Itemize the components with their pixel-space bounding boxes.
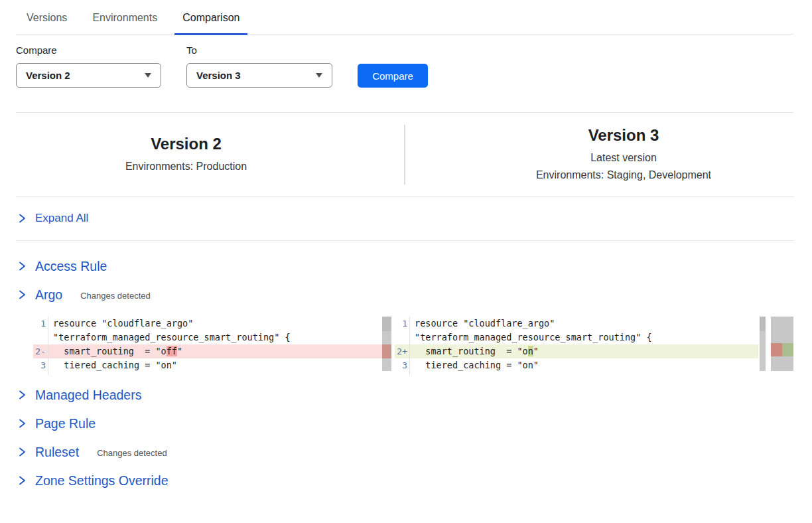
resource-sections: Access Rule Argo Changes detected 1 reso… xyxy=(16,258,794,488)
version-left-title: Version 2 xyxy=(16,135,356,153)
code-token: " xyxy=(533,346,539,356)
code-token: smart_routing = "o xyxy=(53,346,167,356)
line-number: 4 xyxy=(33,372,48,375)
code-line: 1 resource "cloudflare_argo" xyxy=(33,317,382,331)
version-right-subtitle: Latest version xyxy=(453,149,794,167)
code-token: " xyxy=(177,346,182,356)
caret-down-icon xyxy=(316,73,322,78)
compare-to-select[interactable]: Version 3 xyxy=(186,63,332,88)
code-text: smart_routing = "off" xyxy=(48,344,182,358)
compare-form: Compare Version 2 To Version 3 Compare xyxy=(16,44,794,88)
chevron-right-icon xyxy=(18,390,27,400)
diff-minimap[interactable] xyxy=(771,317,793,371)
removed-token: ff xyxy=(167,346,177,356)
section-argo[interactable]: Argo Changes detected xyxy=(16,287,794,303)
line-number xyxy=(395,331,410,344)
diff-pane-left[interactable]: 1 resource "cloudflare_argo" "terraform_… xyxy=(33,317,391,375)
line-number: 2+ xyxy=(395,344,410,358)
removed-change-marker xyxy=(382,344,391,358)
compare-from-select[interactable]: Version 2 xyxy=(16,63,161,88)
tab-environments[interactable]: Environments xyxy=(84,12,165,34)
code-text: } xyxy=(48,372,58,375)
code-line: 1 resource "cloudflare_argo" xyxy=(395,317,758,331)
line-number: 2- xyxy=(33,344,48,358)
chevron-right-icon xyxy=(18,213,27,224)
diff-pane-right[interactable]: 1 resource "cloudflare_argo" "terraform_… xyxy=(395,317,793,375)
scrollbar-thumb[interactable] xyxy=(382,317,391,331)
added-token: n xyxy=(528,346,533,356)
comparison-page: Versions Environments Comparison Compare… xyxy=(0,0,812,488)
code-line-removed: 2- smart_routing = "off" xyxy=(33,344,382,358)
section-label: Page Rule xyxy=(35,416,96,431)
section-label: Access Rule xyxy=(35,259,107,274)
code-line: 3 tiered_caching = "on" xyxy=(395,358,758,372)
line-number xyxy=(33,331,48,344)
caret-down-icon xyxy=(145,73,151,78)
code-line-wrap: "terraform_managed_resource_smart_routin… xyxy=(33,331,382,344)
section-label: Zone Settings Override xyxy=(35,473,169,488)
compare-from-label: Compare xyxy=(16,44,161,56)
expand-all-toggle[interactable]: Expand All xyxy=(16,197,794,241)
code-text: "terraform_managed_resource_smart_routin… xyxy=(410,331,652,344)
compare-to-value: Version 3 xyxy=(196,70,241,81)
scrollbar-left[interactable] xyxy=(382,317,391,371)
minimap-added-marker xyxy=(782,343,793,356)
section-label: Managed Headers xyxy=(35,388,141,403)
code-text: } xyxy=(410,372,420,375)
compare-from-value: Version 2 xyxy=(26,70,70,81)
version-left-environments: Environments: Production xyxy=(16,158,356,175)
section-label: Ruleset xyxy=(35,445,79,460)
tab-versions[interactable]: Versions xyxy=(19,12,75,34)
chevron-right-icon xyxy=(18,261,27,271)
section-managed-headers[interactable]: Managed Headers xyxy=(16,387,794,403)
chevron-right-icon xyxy=(18,289,27,300)
compare-to-label: To xyxy=(186,44,332,56)
code-text: tiered_caching = "on" xyxy=(410,358,539,372)
code-line-added: 2+ smart_routing = "on" xyxy=(395,344,758,358)
minimap-removed-marker xyxy=(771,343,782,356)
code-text: resource "cloudflare_argo" xyxy=(48,317,193,331)
section-ruleset[interactable]: Ruleset Changes detected xyxy=(16,444,794,460)
vertical-divider xyxy=(404,125,405,185)
chevron-right-icon xyxy=(18,418,27,429)
code-text: smart_routing = "on" xyxy=(410,344,539,358)
line-number: 4 xyxy=(395,372,410,375)
scrollbar-right[interactable] xyxy=(760,317,766,371)
section-page-rule[interactable]: Page Rule xyxy=(16,415,794,431)
changes-detected-badge: Changes detected xyxy=(97,446,167,458)
argo-diff-view: 1 resource "cloudflare_argo" "terraform_… xyxy=(33,317,794,375)
section-label: Argo xyxy=(35,287,62,303)
version-right-title: Version 3 xyxy=(453,126,794,145)
code-line: 4 } xyxy=(33,372,382,375)
version-comparison-header: Version 2 Environments: Production Versi… xyxy=(16,112,794,197)
line-number: 3 xyxy=(395,358,410,372)
code-text: resource "cloudflare_argo" xyxy=(410,317,555,331)
code-token: smart_routing = "o xyxy=(415,346,528,356)
compare-from-field: Compare Version 2 xyxy=(16,44,161,88)
compare-to-field: To Version 3 xyxy=(186,44,332,88)
version-left-summary: Version 2 Environments: Production xyxy=(16,135,356,175)
line-number: 3 xyxy=(33,358,48,372)
chevron-right-icon xyxy=(18,475,27,486)
section-access-rule[interactable]: Access Rule xyxy=(16,258,794,274)
expand-all-label: Expand All xyxy=(35,212,88,225)
code-line: 4 } xyxy=(395,372,758,375)
tab-bar: Versions Environments Comparison xyxy=(16,0,794,35)
changes-detected-badge: Changes detected xyxy=(80,289,151,301)
scrollbar-thumb[interactable] xyxy=(760,317,766,331)
section-zone-settings-override[interactable]: Zone Settings Override xyxy=(16,473,794,488)
tab-comparison[interactable]: Comparison xyxy=(174,12,247,34)
compare-button[interactable]: Compare xyxy=(358,64,428,88)
code-text: "terraform_managed_resource_smart_routin… xyxy=(48,331,291,344)
chevron-right-icon xyxy=(18,447,27,457)
version-right-summary: Version 3 Latest version Environments: S… xyxy=(453,126,794,183)
code-text: tiered_caching = "on" xyxy=(48,358,177,372)
code-line-wrap: "terraform_managed_resource_smart_routin… xyxy=(395,331,758,344)
code-line: 3 tiered_caching = "on" xyxy=(33,358,382,372)
line-number: 1 xyxy=(395,317,410,331)
version-right-environments: Environments: Staging, Development xyxy=(453,167,794,184)
line-number: 1 xyxy=(33,317,48,331)
